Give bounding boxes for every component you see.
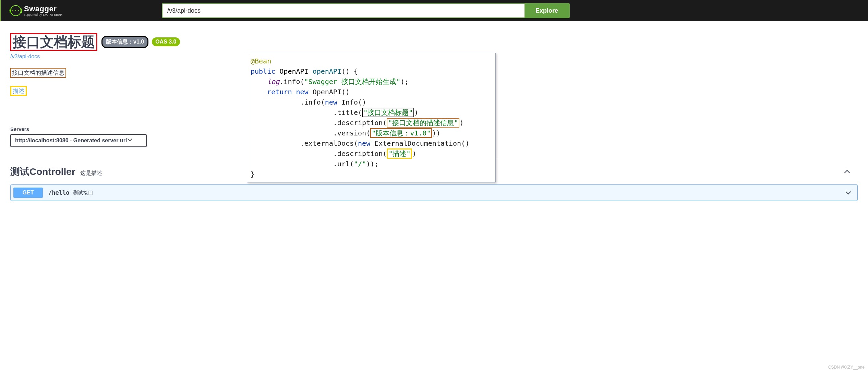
explore-button[interactable]: Explore: [525, 4, 569, 17]
api-title: 接口文档标题: [10, 33, 97, 51]
oas-badge: OAS 3.0: [152, 37, 180, 46]
chevron-down-icon: [846, 190, 852, 195]
brand-title: Swagger: [24, 5, 62, 13]
spec-search-wrap: Explore: [162, 3, 570, 18]
chevron-up-icon: [843, 168, 851, 176]
server-select[interactable]: http://localhost:8080 - Generated server…: [10, 134, 147, 147]
chevron-down-icon: [128, 138, 133, 143]
api-description: 接口文档的描述信息: [10, 68, 66, 78]
title-row: 接口文档标题 版本信息：v1.0 OAS 3.0: [10, 33, 858, 51]
swagger-logo-icon: {···}: [10, 5, 21, 16]
operation-path: /hello: [48, 189, 69, 196]
topbar: {···} Swagger supported by SMARTBEAR Exp…: [0, 0, 868, 21]
operation-summary: 测试接口: [73, 190, 93, 196]
tag-description: 这是描述: [80, 170, 102, 177]
version-badge: 版本信息：v1.0: [101, 36, 148, 48]
external-docs-link[interactable]: 描述: [10, 86, 27, 96]
spec-url-input[interactable]: [162, 4, 525, 17]
brand-subtitle: supported by SMARTBEAR: [24, 13, 62, 16]
swagger-logo: {···} Swagger supported by SMARTBEAR: [10, 5, 62, 16]
tag-name: 测试Controller: [10, 165, 75, 178]
swagger-logo-text: Swagger supported by SMARTBEAR: [24, 5, 62, 16]
operation-row[interactable]: GET /hello 测试接口: [10, 184, 858, 201]
http-method-badge: GET: [13, 188, 43, 198]
code-snippet-overlay: @Bean public OpenAPI openAPI() { log.inf…: [247, 53, 496, 182]
watermark: CSDN @XZY__one: [828, 365, 865, 370]
server-selected-value: http://localhost:8080 - Generated server…: [15, 137, 127, 144]
